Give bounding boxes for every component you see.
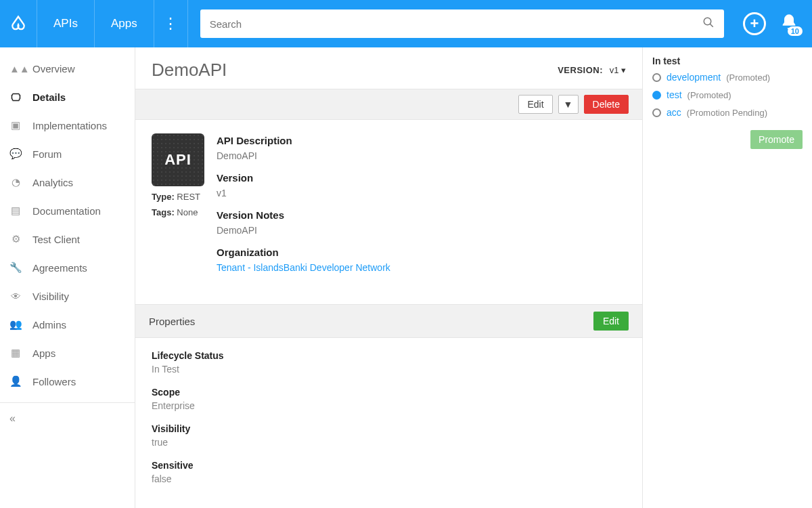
sidebar-item-label: Followers [32, 376, 76, 387]
version-value2: v1 [217, 188, 626, 198]
sidebar-item-apps[interactable]: ▦Apps [0, 339, 135, 367]
detail-column: API Description DemoAPI Version v1 Versi… [217, 133, 626, 284]
users-icon: 👥 [9, 318, 22, 331]
sidebar-item-implementations[interactable]: ▣Implementations [0, 111, 135, 140]
sidebar-item-visibility[interactable]: 👁Visibility [0, 282, 135, 310]
details-card: API Type: REST Tags: None API Descriptio… [135, 120, 642, 304]
search-input[interactable] [210, 18, 702, 30]
prop-value: Enterprise [152, 400, 626, 411]
properties-body: Lifecycle Status In Test Scope Enterpris… [135, 338, 642, 508]
nav-apis[interactable]: APIs [37, 0, 95, 47]
prop-label: Sensitive [152, 460, 626, 471]
prop-label: Lifecycle Status [152, 350, 626, 361]
env-name: test [667, 89, 682, 100]
logo[interactable] [0, 0, 37, 47]
properties-edit-button[interactable]: Edit [593, 312, 629, 331]
sidebar-item-label: Admins [32, 319, 66, 331]
triangle-down-icon: ▼ [564, 99, 573, 110]
promote-button[interactable]: Promote [750, 130, 803, 149]
sidebar-item-label: Documentation [32, 205, 101, 217]
top-icons: + 10 [736, 12, 812, 35]
radio-icon [652, 73, 661, 82]
binoculars-icon: ▲▲ [9, 63, 22, 75]
eye-icon: 👁 [9, 291, 22, 302]
desc-label: API Description [217, 135, 626, 146]
tile-type: Type: REST [152, 192, 204, 202]
cogs-icon: ⚙ [9, 233, 22, 245]
sidebar-item-test-client[interactable]: ⚙Test Client [0, 225, 135, 253]
user-icon: 👤 [9, 375, 22, 387]
search-icon[interactable] [702, 16, 715, 31]
desc-value: DemoAPI [217, 150, 626, 161]
document-icon: ▤ [9, 205, 22, 217]
sidebar-item-label: Forum [32, 148, 62, 160]
env-status: (Promoted) [687, 90, 731, 100]
properties-header: Properties Edit [135, 304, 642, 338]
search-box[interactable] [200, 9, 724, 38]
version-value: v1 [610, 65, 619, 75]
sidebar-divider [0, 402, 135, 403]
prop-label: Visibility [152, 423, 626, 434]
sidebar-item-agreements[interactable]: 🔧Agreements [0, 253, 135, 282]
env-status: (Promotion Pending) [687, 108, 767, 118]
sidebar-item-forum[interactable]: 💬Forum [0, 140, 135, 168]
env-name: acc [667, 107, 681, 118]
nav-apps[interactable]: Apps [95, 0, 154, 47]
sidebar-item-label: Overview [32, 63, 75, 75]
sidebar-item-label: Apps [32, 347, 55, 359]
delete-button[interactable]: Delete [584, 95, 629, 114]
sidebar-item-label: Analytics [32, 177, 73, 188]
env-status: (Promoted) [726, 72, 770, 83]
sidebar-collapse[interactable]: « [0, 407, 135, 430]
version-label: VERSION: [558, 65, 603, 75]
sidebar-item-details[interactable]: 🖵Details [0, 83, 135, 111]
sidebar-item-label: Details [32, 91, 66, 103]
svg-point-0 [704, 18, 711, 25]
sidebar-item-overview[interactable]: ▲▲Overview [0, 54, 135, 83]
box-icon: ▣ [9, 119, 22, 131]
more-menu-icon[interactable]: ⋮ [154, 0, 188, 47]
env-test[interactable]: test (Promoted) [652, 89, 803, 100]
properties-title: Properties [149, 316, 195, 327]
prop-value: true [152, 437, 626, 448]
env-name: development [667, 72, 721, 83]
sidebar-item-admins[interactable]: 👥Admins [0, 310, 135, 339]
notes-value: DemoAPI [217, 225, 626, 236]
api-tile: API [152, 133, 204, 186]
env-development[interactable]: development (Promoted) [652, 72, 803, 83]
page-title: DemoAPI [152, 60, 227, 80]
edit-button[interactable]: Edit [518, 95, 552, 114]
chevron-down-icon: ▾ [621, 65, 626, 75]
dropdown-button[interactable]: ▼ [558, 95, 579, 114]
svg-line-1 [710, 24, 713, 27]
chevron-left-icon: « [9, 412, 16, 424]
sidebar-item-label: Visibility [32, 291, 69, 302]
action-bar: Edit ▼ Delete [135, 89, 642, 120]
notifications-button[interactable]: 10 [780, 13, 798, 35]
sidebar-item-documentation[interactable]: ▤Documentation [0, 196, 135, 225]
dashboard-icon: ◔ [9, 176, 22, 188]
sidebar-item-label: Implementations [32, 120, 107, 131]
org-link[interactable]: Tenant - IslandsBanki Developer Network [217, 262, 390, 273]
sidebar-item-analytics[interactable]: ◔Analytics [0, 168, 135, 196]
prop-value: false [152, 473, 626, 484]
monitor-icon: 🖵 [9, 91, 22, 103]
sidebar-item-label: Test Client [32, 234, 80, 245]
add-button[interactable]: + [743, 12, 766, 35]
env-acc[interactable]: acc (Promotion Pending) [652, 107, 803, 118]
rail-title: In test [652, 56, 803, 66]
sidebar-item-followers[interactable]: 👤Followers [0, 367, 135, 396]
top-bar: APIs Apps ⋮ + 10 [0, 0, 812, 47]
grid-icon: ▦ [9, 347, 22, 359]
sidebar-item-label: Agreements [32, 262, 87, 274]
prop-label: Scope [152, 387, 626, 398]
main-content: DemoAPI VERSION: v1 ▾ Edit ▼ Delete API … [135, 47, 643, 508]
notification-count: 10 [788, 26, 803, 36]
radio-icon [652, 91, 661, 100]
version-label2: Version [217, 172, 626, 184]
chat-icon: 💬 [9, 148, 22, 160]
radio-icon [652, 108, 661, 117]
version-selector[interactable]: VERSION: v1 ▾ [558, 65, 626, 75]
search-wrap [188, 9, 736, 38]
prop-value: In Test [152, 364, 626, 375]
